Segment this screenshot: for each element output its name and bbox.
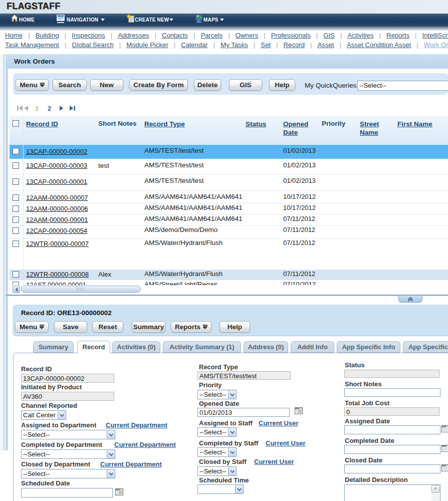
svg-text:1: 1 <box>35 105 39 112</box>
svg-text:2: 2 <box>48 105 51 112</box>
